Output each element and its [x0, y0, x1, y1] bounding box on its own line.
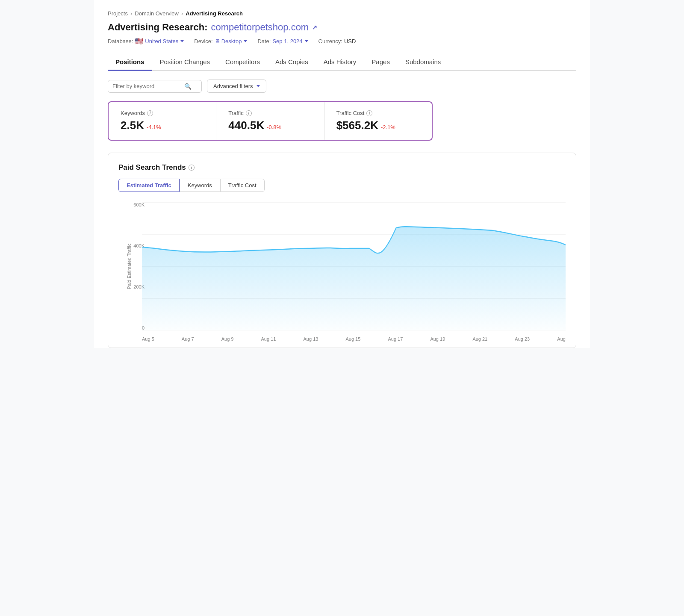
currency-display: Currency: USD	[318, 38, 356, 44]
database-label: Database:	[108, 38, 133, 44]
keywords-info-icon: i	[147, 110, 153, 116]
device-value[interactable]: 🖥 Desktop	[215, 38, 248, 44]
nav-tabs: Positions Position Changes Competitors A…	[108, 54, 576, 71]
breadcrumb-sep-2: ›	[181, 10, 183, 17]
trend-tabs: Estimated Traffic Keywords Traffic Cost	[118, 179, 566, 192]
search-icon: 🔍	[184, 83, 192, 90]
x-label-aug5: Aug 5	[142, 336, 154, 342]
currency-label: Currency:	[318, 38, 342, 44]
paid-search-trends-section: Paid Search Trends i Estimated Traffic K…	[108, 153, 576, 348]
date-chevron-icon	[305, 40, 308, 42]
x-label-aug21: Aug 21	[472, 336, 487, 342]
advanced-filters-button[interactable]: Advanced filters	[207, 80, 266, 93]
metric-traffic: Traffic i 440.5K -0.8%	[216, 102, 324, 140]
metric-keywords: Keywords i 2.5K -4.1%	[109, 102, 216, 140]
tab-ads-history[interactable]: Ads History	[316, 54, 364, 71]
keyword-search-box: 🔍	[108, 80, 202, 93]
metrics-box: Keywords i 2.5K -4.1% Traffic i 440.5K -…	[108, 101, 433, 141]
breadcrumb-sep-1: ›	[130, 10, 132, 17]
database-value[interactable]: United States	[145, 38, 184, 44]
currency-value: USD	[344, 38, 356, 44]
device-selector: Device: 🖥 Desktop	[194, 38, 247, 44]
tab-competitors[interactable]: Competitors	[218, 54, 268, 71]
page-title: Advertising Research: competitorpetshop.…	[108, 22, 576, 33]
chart-area	[142, 202, 566, 330]
device-chevron-icon	[244, 40, 247, 42]
device-icon: 🖥	[215, 38, 220, 44]
date-label: Date:	[257, 38, 271, 44]
x-label-aug9: Aug 9	[221, 336, 234, 342]
database-flag: 🇺🇸	[135, 37, 143, 45]
traffic-cost-info-icon: i	[366, 110, 372, 116]
tab-subdomains[interactable]: Subdomains	[398, 54, 448, 71]
traffic-cost-label: Traffic Cost i	[336, 110, 419, 116]
meta-bar: Database: 🇺🇸 United States Device: 🖥 Des…	[108, 37, 576, 45]
breadcrumb-domain-overview[interactable]: Domain Overview	[135, 10, 179, 17]
filter-bar: 🔍 Advanced filters	[108, 80, 576, 93]
tab-pages[interactable]: Pages	[364, 54, 398, 71]
tab-position-changes[interactable]: Position Changes	[152, 54, 218, 71]
trend-tab-estimated-traffic[interactable]: Estimated Traffic	[118, 179, 180, 192]
traffic-cost-change: -2.1%	[381, 124, 395, 130]
keywords-value: 2.5K -4.1%	[121, 119, 203, 132]
x-label-aug13: Aug 13	[304, 336, 318, 342]
keyword-search-input[interactable]	[112, 83, 181, 89]
x-label-aug19: Aug 19	[430, 336, 445, 342]
database-selector: Database: 🇺🇸 United States	[108, 37, 184, 45]
x-label-aug23: Aug 23	[515, 336, 530, 342]
breadcrumb-projects[interactable]: Projects	[108, 10, 128, 17]
traffic-label: Traffic i	[228, 110, 311, 116]
trends-info-icon: i	[189, 165, 195, 171]
x-label-aug15: Aug 15	[345, 336, 360, 342]
x-label-aug-end: Aug	[557, 336, 566, 342]
x-label-aug11: Aug 11	[261, 336, 276, 342]
tab-ads-copies[interactable]: Ads Copies	[268, 54, 316, 71]
x-label-aug7: Aug 7	[182, 336, 194, 342]
traffic-info-icon: i	[246, 110, 252, 116]
breadcrumb-current: Advertising Research	[186, 10, 243, 17]
trend-tab-traffic-cost[interactable]: Traffic Cost	[220, 179, 265, 192]
keywords-change: -4.1%	[147, 124, 161, 130]
keywords-label: Keywords i	[121, 110, 203, 116]
date-value[interactable]: Sep 1, 2024	[272, 38, 308, 44]
chart-area-fill	[142, 227, 566, 330]
advanced-filters-chevron-icon	[256, 85, 260, 87]
traffic-change: -0.8%	[267, 124, 281, 130]
domain-name[interactable]: competitorpetshop.com	[211, 22, 309, 33]
breadcrumb: Projects › Domain Overview › Advertising…	[108, 10, 576, 17]
device-label: Device:	[194, 38, 212, 44]
database-chevron-icon	[180, 40, 184, 42]
external-link-icon[interactable]: ↗	[312, 24, 317, 31]
tab-positions[interactable]: Positions	[108, 54, 152, 71]
chart-container: Paid Estimated Traffic 600K 400K 200K 0	[118, 202, 566, 348]
section-title: Paid Search Trends i	[118, 163, 566, 172]
metric-traffic-cost: Traffic Cost i $565.2K -2.1%	[324, 102, 432, 140]
date-selector: Date: Sep 1, 2024	[257, 38, 308, 44]
page-title-text: Advertising Research:	[108, 22, 208, 33]
traffic-cost-value: $565.2K -2.1%	[336, 119, 419, 132]
chart-svg	[142, 202, 566, 330]
traffic-value: 440.5K -0.8%	[228, 119, 311, 132]
x-label-aug17: Aug 17	[388, 336, 403, 342]
trend-tab-keywords[interactable]: Keywords	[180, 179, 220, 192]
advanced-filters-label: Advanced filters	[213, 83, 253, 89]
x-axis: Aug 5 Aug 7 Aug 9 Aug 11 Aug 13 Aug 15 A…	[142, 330, 566, 348]
